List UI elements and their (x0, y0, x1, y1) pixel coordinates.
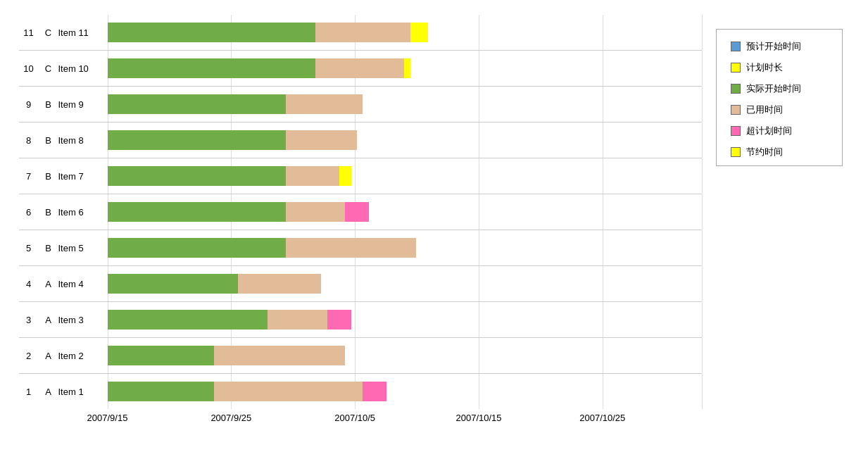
row-label-section: 7BItem 7 (19, 171, 108, 182)
x-axis-label: 2007/10/5 (334, 413, 375, 423)
bar-used (286, 166, 339, 186)
bar-used (214, 382, 363, 401)
row-name: Item 8 (58, 135, 108, 146)
bar-actual-start (108, 274, 239, 294)
bar-actual-start (108, 94, 286, 114)
rows-container: 11CItem 1110CItem 109BItem 98BItem 87BIt… (19, 15, 702, 409)
row-group: B (39, 207, 58, 218)
legend-color-box (731, 63, 741, 73)
row-name: Item 1 (58, 387, 108, 397)
x-axis-label: 2007/10/15 (455, 413, 501, 423)
bar-used (286, 94, 363, 114)
grid-line (702, 338, 703, 373)
row-label-section: 11CItem 11 (19, 27, 108, 38)
table-row: 3AItem 3 (19, 302, 702, 338)
bar-used (268, 310, 327, 329)
legend-item: 预计开始时间 (731, 40, 835, 53)
legend-color-box (731, 84, 741, 94)
row-name: Item 7 (58, 171, 108, 182)
legend-color-box (731, 42, 741, 51)
bar-section (108, 230, 702, 265)
bar-actual-start (108, 58, 315, 78)
grid-line (702, 87, 703, 122)
row-number: 5 (19, 243, 39, 253)
row-group: A (39, 279, 58, 289)
bar-section (108, 266, 702, 301)
table-row: 4AItem 4 (19, 266, 702, 302)
row-group: A (39, 387, 58, 397)
table-row: 9BItem 9 (19, 87, 702, 123)
legend-label: 实际开始时间 (746, 82, 801, 95)
bar-actual-start (108, 166, 286, 186)
bar-track (108, 346, 702, 365)
bar-section (108, 123, 702, 158)
bar-section (108, 374, 702, 409)
row-label-section: 1AItem 1 (19, 387, 108, 397)
row-label-section: 3AItem 3 (19, 315, 108, 325)
bar-used (286, 238, 417, 258)
legend-label: 节约时间 (746, 146, 783, 158)
row-group: B (39, 171, 58, 182)
bar-track (108, 238, 702, 258)
legend-item: 已用时间 (731, 103, 835, 116)
x-axis-label: 2007/9/15 (87, 413, 128, 423)
row-name: Item 11 (58, 27, 108, 38)
row-group: A (39, 351, 58, 361)
row-number: 11 (19, 27, 39, 38)
row-name: Item 2 (58, 351, 108, 361)
x-axis-label: 2007/9/25 (210, 413, 251, 423)
table-row: 6BItem 6 (19, 194, 702, 230)
table-row: 1AItem 1 (19, 374, 702, 409)
grid-line (702, 194, 703, 230)
legend-label: 预计开始时间 (746, 40, 801, 53)
table-row: 11CItem 11 (19, 15, 702, 51)
row-number: 9 (19, 99, 39, 110)
table-row: 5BItem 5 (19, 230, 702, 266)
row-number: 4 (19, 279, 39, 289)
legend: 预计开始时间计划时长实际开始时间已用时间超计划时间节约时间 (716, 29, 843, 166)
bar-track (108, 202, 702, 222)
grid-line (702, 302, 703, 337)
bar-actual-start (108, 130, 286, 150)
bar-used (214, 346, 345, 365)
bar-saved (404, 58, 410, 78)
bar-track (108, 274, 702, 294)
bar-track (108, 166, 702, 186)
bar-section (108, 158, 702, 194)
row-label-section: 9BItem 9 (19, 99, 108, 110)
table-row: 8BItem 8 (19, 123, 702, 158)
table-row: 10CItem 10 (19, 51, 702, 87)
row-number: 1 (19, 387, 39, 397)
grid-line (702, 158, 703, 194)
row-label-section: 8BItem 8 (19, 135, 108, 146)
legend-item: 超计划时间 (731, 125, 835, 137)
row-name: Item 10 (58, 63, 108, 74)
bar-track (108, 382, 702, 401)
bar-over (363, 382, 386, 401)
row-label-section: 5BItem 5 (19, 243, 108, 253)
legend-item: 实际开始时间 (731, 82, 835, 95)
legend-color-box (731, 105, 741, 115)
bar-section (108, 87, 702, 122)
legend-label: 超计划时间 (746, 125, 792, 137)
bar-track (108, 130, 702, 150)
bar-track (108, 58, 702, 78)
bar-actual-start (108, 346, 215, 365)
row-name: Item 3 (58, 315, 108, 325)
bar-over (327, 310, 351, 329)
row-name: Item 9 (58, 99, 108, 110)
bar-actual-start (108, 23, 315, 42)
row-group: B (39, 243, 58, 253)
bar-track (108, 94, 702, 114)
row-number: 8 (19, 135, 39, 146)
bar-track (108, 23, 702, 42)
bar-section (108, 51, 702, 86)
bar-section (108, 15, 702, 50)
legend-label: 已用时间 (746, 103, 783, 116)
legend-item: 计划时长 (731, 61, 835, 74)
legend-color-box (731, 126, 741, 136)
row-group: C (39, 27, 58, 38)
row-name: Item 6 (58, 207, 108, 218)
row-group: C (39, 63, 58, 74)
row-name: Item 5 (58, 243, 108, 253)
